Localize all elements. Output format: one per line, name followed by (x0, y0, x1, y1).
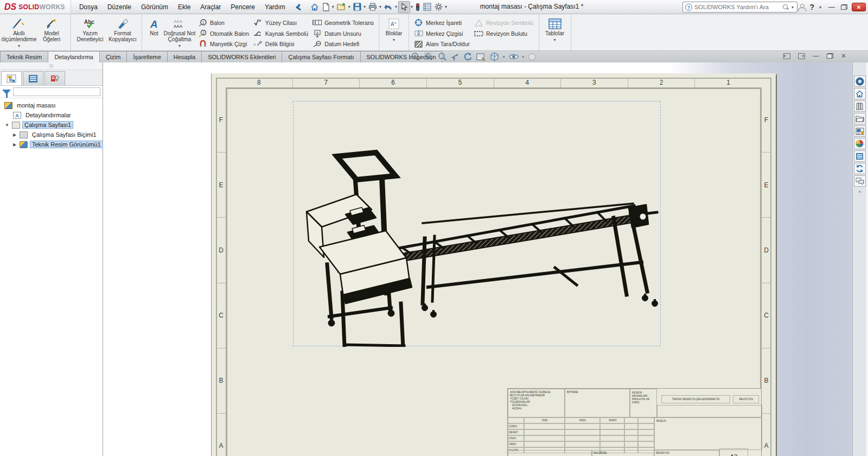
panel-splitter-handle[interactable] (0, 62, 103, 70)
menu-file[interactable]: Dosya (74, 0, 103, 14)
tab-solidworks-eklentileri[interactable]: SOLIDWORKS Eklentileri (201, 51, 282, 62)
tree-sheet-label[interactable]: Çalışma Sayfası1 (22, 121, 73, 129)
new-dropdown-caret[interactable]: ▾ (332, 4, 334, 9)
window-close-button[interactable]: ✕ (852, 3, 866, 11)
linear-note-caret[interactable]: ▾ (178, 43, 181, 49)
help-button[interactable]: ? (809, 3, 814, 11)
rotate-view-icon[interactable] (463, 52, 473, 61)
drawing-sheet[interactable]: 8 7 6 5 4 3 2 1 F E D C B A F E D C (212, 73, 776, 456)
magnetic-line-button[interactable]: Manyetik Çizgi (196, 39, 251, 49)
tree-sheet-format-label[interactable]: Çalışma Sayfası Biçimi1 (30, 131, 99, 138)
datum-feature-button[interactable]: A Datum Unsuru (310, 28, 376, 39)
menu-tools[interactable]: Araçlar (195, 0, 226, 14)
select-tool-button[interactable] (398, 1, 410, 13)
note-button[interactable]: A Not (145, 16, 163, 49)
doc-restore-button[interactable] (827, 53, 833, 59)
tab-teknik-resim[interactable]: Teknik Resim (0, 51, 48, 62)
tab-featuremanager-tree[interactable] (1, 71, 22, 85)
pin-menu-icon[interactable] (295, 3, 302, 11)
taskpane-scroll-up[interactable]: ^ (853, 190, 866, 195)
tree-filter-input[interactable] (13, 87, 100, 96)
center-mark-button[interactable]: Merkez İşareti (412, 17, 472, 28)
print-button[interactable] (367, 1, 379, 13)
undo-dropdown-caret[interactable]: ▾ (395, 4, 397, 9)
doc-minimize-button[interactable]: — (813, 52, 819, 60)
tree-drawing-view-row[interactable]: ▶ Teknik Resim Görünümü1 (0, 140, 103, 149)
zoom-to-area-icon[interactable] (424, 52, 433, 61)
solidworks-forum-button[interactable] (854, 175, 866, 187)
help-dropdown-caret[interactable]: ▾ (819, 5, 821, 10)
doc-close-button[interactable]: ✕ (841, 52, 846, 60)
appearances-button[interactable] (854, 138, 866, 149)
geometric-tolerance-button[interactable]: Geometrik Tolerans (310, 17, 376, 28)
revision-cloud-button[interactable]: Revizyon Bulutu (472, 28, 536, 39)
home-button[interactable] (309, 1, 321, 13)
smart-dimension-button[interactable]: Akıllı ölçümlendirme ▾ (3, 16, 35, 49)
weld-symbol-button[interactable]: Kaynak Sembolü (251, 28, 310, 39)
tree-sheet-row[interactable]: ▼ Çalışma Sayfası1 (0, 120, 103, 130)
tab-detaylandirma[interactable]: Detaylandırma (48, 51, 100, 62)
new-document-button[interactable] (321, 1, 331, 13)
menu-view[interactable]: Görünüm (136, 0, 173, 14)
pack-and-go-sync-button[interactable] (854, 163, 866, 174)
graphics-area[interactable]: 8 7 6 5 4 3 2 1 F E D C B A F E D C (103, 62, 868, 456)
model-items-button[interactable]: Model Öğeleri (35, 16, 68, 49)
design-library-button[interactable] (854, 100, 866, 112)
tab-configuration-manager[interactable] (44, 71, 65, 85)
view-orientation-caret[interactable]: ▾ (503, 55, 505, 59)
tree-annotations-row[interactable]: A Detaylandırmalar (0, 110, 103, 120)
print-dropdown-caret[interactable]: ▾ (379, 4, 381, 9)
tab-property-manager[interactable] (23, 71, 43, 85)
format-painter-button[interactable]: Format Kopyalayıcı (106, 16, 139, 49)
collapse-left-pane-icon[interactable] (783, 53, 790, 59)
window-restore-button[interactable] (841, 4, 847, 10)
open-dropdown-caret[interactable]: ▾ (348, 4, 350, 9)
centerline-button[interactable]: Merkez Çizgisi (412, 28, 472, 39)
save-dropdown-caret[interactable]: ▾ (363, 4, 366, 9)
tree-sheet-format-row[interactable]: ▶ Çalışma Sayfası Biçimi1 (0, 130, 103, 140)
menu-help[interactable]: Yardım (260, 0, 290, 14)
expand-arrow-icon[interactable]: ▶ (12, 142, 17, 147)
blocks-caret[interactable]: ▾ (393, 37, 395, 43)
menu-insert[interactable]: Ekle (173, 0, 195, 14)
help-search-box[interactable]: ? ▾ (682, 2, 797, 12)
tree-root-label[interactable]: montaj masası (15, 102, 58, 109)
blocks-button[interactable]: A° Bloklar ▾ (382, 16, 406, 49)
window-minimize-button[interactable]: — (827, 3, 837, 11)
search-dropdown-caret[interactable]: ▾ (792, 5, 794, 10)
display-style-icon[interactable] (509, 53, 519, 60)
zoom-to-fit-icon[interactable] (411, 52, 420, 61)
previous-view-icon[interactable] (450, 53, 459, 61)
tab-calisma-sayfasi-formati[interactable]: Çalışma Sayfası Formatı (282, 51, 360, 62)
smart-dimension-caret[interactable]: ▾ (18, 43, 20, 49)
surface-finish-button[interactable]: Yüzey Cilası (251, 17, 310, 28)
tables-caret[interactable]: ▾ (554, 37, 556, 43)
datum-target-button[interactable]: Datum Hedefi (310, 39, 376, 49)
area-hatch-button[interactable]: Alanı Tara/Doldur (412, 39, 472, 49)
search-icon[interactable] (782, 4, 789, 10)
taskpane-home-button[interactable] (854, 88, 866, 99)
file-explorer-button[interactable] (854, 113, 866, 124)
drawing-view-selection[interactable] (293, 101, 661, 346)
tree-drawing-view-label[interactable]: Teknik Resim Görünümü1 (30, 141, 103, 148)
menu-edit[interactable]: Düzenle (103, 0, 136, 14)
tab-isaretleme[interactable]: İşaretleme (126, 51, 167, 62)
hole-callout-button[interactable]: ⌀ Delik Bilgisi (251, 39, 310, 49)
view-orientation-icon[interactable] (490, 52, 499, 61)
tables-button[interactable]: Tablolar ▾ (542, 16, 568, 49)
linear-note-pattern-button[interactable]: AAAAAA Doğrusal Not Çoğaltma ▾ (163, 16, 196, 49)
display-style-caret[interactable]: ▾ (522, 55, 525, 59)
sheet-properties-icon[interactable] (476, 53, 486, 61)
solidworks-resources-button[interactable] (854, 75, 866, 87)
open-document-button[interactable] (335, 1, 348, 13)
expand-arrow-icon[interactable]: ▶ (12, 132, 17, 137)
view-palette-button[interactable] (854, 125, 866, 137)
tree-annotations-label[interactable]: Detaylandırmalar (23, 111, 73, 119)
menu-window[interactable]: Pencere (226, 0, 260, 14)
undo-button[interactable] (382, 1, 394, 13)
custom-properties-button[interactable] (854, 150, 866, 162)
zoom-in-out-icon[interactable] (437, 52, 446, 61)
search-input[interactable] (694, 4, 780, 10)
spell-checker-button[interactable]: Abc Yazım Denetleyici (74, 16, 106, 49)
save-button[interactable] (352, 1, 363, 13)
